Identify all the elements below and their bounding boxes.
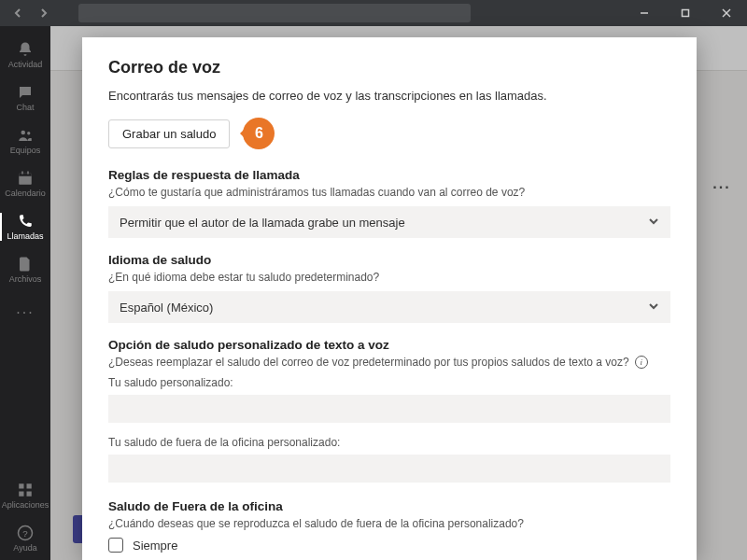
tts-sub: ¿Deseas reemplazar el saludo del correo … [108, 356, 670, 369]
svg-rect-1 [683, 10, 689, 17]
rail-label: Aplicaciones [2, 500, 49, 510]
info-icon[interactable]: i [635, 356, 648, 369]
svg-rect-12 [19, 492, 23, 497]
dropdown-value: Español (México) [120, 301, 213, 315]
svg-point-4 [21, 131, 26, 135]
tts-heading: Opción de saludo personalizado de texto … [108, 338, 670, 352]
more-icon: ··· [16, 304, 34, 321]
custom-greeting-label: Tu saludo personalizado: [108, 376, 670, 389]
callout-badge: 6 [243, 118, 275, 149]
svg-rect-8 [21, 172, 23, 175]
titlebar [0, 0, 747, 26]
rail-label: Equipos [10, 146, 41, 155]
rail-label: Chat [16, 103, 34, 112]
oof-sub: ¿Cuándo deseas que se reproduzca el salu… [108, 517, 670, 530]
rail-item-teams[interactable]: Equipos [0, 119, 50, 162]
rail-item-activity[interactable]: Actividad [0, 34, 50, 77]
modal-description: Encontrarás tus mensajes de correo de vo… [108, 89, 670, 103]
rail-item-help[interactable]: ? Ayuda [0, 517, 50, 560]
rail-item-calls[interactable]: Llamadas [0, 205, 50, 248]
svg-rect-13 [27, 492, 32, 497]
greeting-lang-sub: ¿En qué idioma debe estar tu saludo pred… [108, 271, 670, 284]
modal-title: Correo de voz [108, 58, 670, 77]
window-close-button[interactable] [706, 0, 747, 26]
always-checkbox[interactable] [108, 538, 123, 553]
nav-back-button[interactable] [7, 4, 28, 22]
greeting-lang-dropdown[interactable]: Español (México) [108, 291, 670, 323]
oof-greeting-label: Tu saludo de fuera de la oficina persona… [108, 436, 670, 449]
rail-item-chat[interactable]: Chat [0, 77, 50, 119]
always-checkbox-label: Siempre [133, 539, 177, 553]
call-rules-heading: Reglas de respuesta de llamada [108, 168, 670, 182]
rail-label: Calendario [5, 189, 46, 198]
window-minimize-button[interactable] [624, 0, 665, 26]
chevron-down-icon [648, 216, 659, 230]
svg-text:?: ? [22, 528, 28, 539]
rail-item-files[interactable]: Archivos [0, 248, 50, 291]
app-rail: Actividad Chat Equipos Calendario Llamad… [0, 26, 50, 560]
svg-rect-7 [19, 174, 32, 176]
call-rules-dropdown[interactable]: Permitir que el autor de la llamada grab… [108, 206, 670, 238]
oof-greeting-input[interactable] [108, 455, 670, 483]
record-greeting-button[interactable]: Grabar un saludo [108, 119, 230, 148]
svg-rect-10 [19, 483, 23, 488]
custom-greeting-input[interactable] [108, 395, 670, 423]
svg-rect-9 [27, 172, 29, 175]
search-input[interactable] [78, 4, 471, 22]
nav-forward-button[interactable] [34, 4, 54, 22]
dropdown-value: Permitir que el autor de la llamada grab… [120, 216, 405, 230]
rail-item-more[interactable]: ··· [0, 291, 50, 334]
svg-point-5 [27, 132, 30, 134]
svg-rect-11 [27, 483, 32, 488]
window-maximize-button[interactable] [665, 0, 706, 26]
oof-heading: Saludo de Fuera de la oficina [108, 499, 670, 513]
rail-item-apps[interactable]: Aplicaciones [0, 474, 50, 517]
rail-label: Ayuda [13, 543, 36, 553]
rail-label: Archivos [9, 274, 42, 284]
call-rules-sub: ¿Cómo te gustaría que administráramos tu… [108, 186, 670, 199]
chevron-down-icon [648, 301, 659, 315]
rail-label: Actividad [8, 60, 43, 69]
rail-label: Llamadas [7, 231, 43, 241]
voicemail-settings-modal: Correo de voz Encontrarás tus mensajes d… [82, 37, 697, 560]
greeting-lang-heading: Idioma de saludo [108, 253, 670, 267]
rail-item-calendar[interactable]: Calendario [0, 162, 50, 205]
